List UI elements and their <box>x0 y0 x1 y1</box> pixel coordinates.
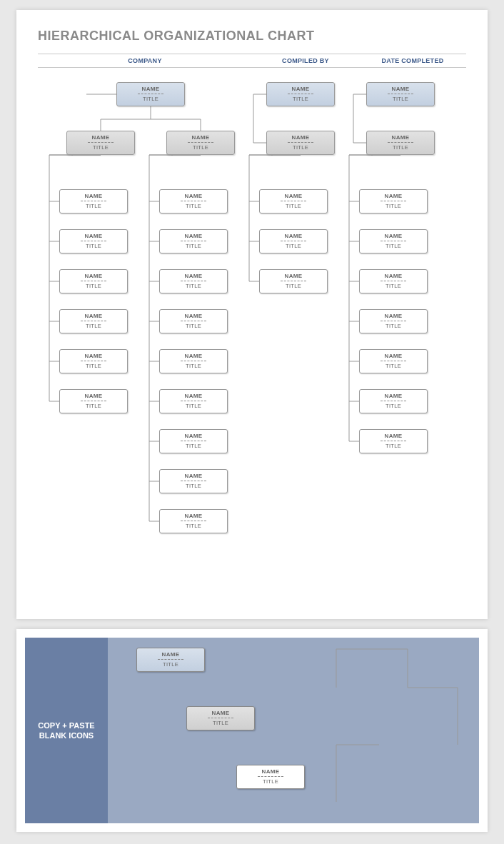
name-label: NAME <box>360 353 427 359</box>
separator <box>380 281 406 281</box>
name-label: NAME <box>60 193 127 199</box>
title-label: TITLE <box>360 403 427 409</box>
title-label: TITLE <box>260 243 327 249</box>
title-label: TITLE <box>367 96 434 102</box>
name-label: NAME <box>60 273 127 279</box>
name-label: NAME <box>160 433 227 439</box>
leaf-box-col1-8: NAMETITLE <box>159 509 228 533</box>
title-label: TITLE <box>160 523 227 529</box>
title-label: TITLE <box>160 203 227 209</box>
separator <box>81 241 106 241</box>
name-label: NAME <box>260 233 327 239</box>
leaf-box-col0-5: NAMETITLE <box>59 389 128 413</box>
name-label: NAME <box>60 313 127 319</box>
leaf-box-col0-1: NAMETITLE <box>59 229 128 253</box>
sample-box-0: NAMETITLE <box>136 648 205 672</box>
name-label: NAME <box>60 233 127 239</box>
hdr-compiled: COMPILED BY <box>252 57 359 64</box>
name-label: NAME <box>267 134 334 141</box>
title-label: TITLE <box>60 323 127 329</box>
leaf-box-col0-4: NAMETITLE <box>59 349 128 373</box>
separator <box>181 201 206 201</box>
name-label: NAME <box>160 513 227 519</box>
name-label: NAME <box>167 134 234 141</box>
page-1: HIERARCHICAL ORGANIZATIONAL CHART COMPAN… <box>16 10 488 619</box>
separator <box>281 241 306 241</box>
separator <box>288 142 313 143</box>
leaf-box-col3-2: NAMETITLE <box>359 269 428 293</box>
separator <box>81 281 106 281</box>
org-chart: NAMETITLENAMETITLENAMETITLENAMETITLENAME… <box>38 76 466 591</box>
copy-paste-area: NAMETITLENAMETITLENAMETITLE <box>108 638 479 823</box>
name-label: NAME <box>160 313 227 319</box>
name-label: NAME <box>360 393 427 399</box>
separator <box>181 481 206 481</box>
name-label: NAME <box>160 233 227 239</box>
separator <box>380 361 406 361</box>
separator <box>380 401 406 401</box>
title-label: TITLE <box>267 96 334 102</box>
title-label: TITLE <box>60 283 127 289</box>
separator <box>181 361 206 361</box>
leaf-box-col3-6: NAMETITLE <box>359 429 428 453</box>
name-label: NAME <box>367 86 434 92</box>
mgr-box-col3: NAMETITLE <box>366 131 435 155</box>
name-label: NAME <box>267 86 334 92</box>
title-label: TITLE <box>160 483 227 489</box>
leaf-box-col3-5: NAMETITLE <box>359 389 428 413</box>
name-label: NAME <box>60 353 127 359</box>
separator <box>281 201 306 201</box>
separator <box>81 401 106 401</box>
separator <box>81 201 106 201</box>
separator <box>388 94 413 94</box>
separator <box>81 361 106 361</box>
title-label: TITLE <box>367 144 434 151</box>
mgr-box-col0: NAMETITLE <box>66 131 135 155</box>
name-label: NAME <box>60 393 127 399</box>
title-label: TITLE <box>360 323 427 329</box>
leaf-box-col3-0: NAMETITLE <box>359 189 428 213</box>
sample-box-2: NAMETITLE <box>236 765 305 789</box>
name-label: NAME <box>360 273 427 279</box>
name-label: NAME <box>117 86 184 92</box>
title-label: TITLE <box>60 363 127 369</box>
leaf-box-col1-1: NAMETITLE <box>159 229 228 253</box>
mgr-box-col1: NAMETITLE <box>166 131 235 155</box>
leaf-box-col0-0: NAMETITLE <box>59 189 128 213</box>
title-label: TITLE <box>160 323 227 329</box>
title-label: TITLE <box>60 203 127 209</box>
leaf-box-col3-4: NAMETITLE <box>359 349 428 373</box>
name-label: NAME <box>160 273 227 279</box>
title-label: TITLE <box>160 443 227 449</box>
name-label: NAME <box>160 193 227 199</box>
separator <box>380 241 406 241</box>
leaf-box-col1-0: NAMETITLE <box>159 189 228 213</box>
separator <box>138 94 163 94</box>
title-label: TITLE <box>160 403 227 409</box>
title-label: TITLE <box>360 363 427 369</box>
page-2: COPY + PASTE BLANK ICONS NAMETITLENAMETI… <box>16 629 488 832</box>
leaf-box-col1-6: NAMETITLE <box>159 429 228 453</box>
name-label: NAME <box>367 134 434 141</box>
hdr-date: DATE COMPLETED <box>359 57 466 64</box>
leaf-box-col1-2: NAMETITLE <box>159 269 228 293</box>
leaf-box-col1-5: NAMETITLE <box>159 389 228 413</box>
name-label: NAME <box>260 273 327 279</box>
name-label: NAME <box>160 473 227 479</box>
separator <box>380 321 406 321</box>
leaf-box-col1-4: NAMETITLE <box>159 349 228 373</box>
top-box-col3: NAMETITLE <box>366 82 435 106</box>
top-box-col2: NAMETITLE <box>266 82 335 106</box>
top-box-col0: NAMETITLE <box>116 82 185 106</box>
leaf-box-col1-7: NAMETITLE <box>159 469 228 493</box>
separator <box>188 142 213 143</box>
title-label: TITLE <box>360 243 427 249</box>
separator <box>181 321 206 321</box>
title-label: TITLE <box>60 243 127 249</box>
title-label: TITLE <box>360 443 427 449</box>
name-label: NAME <box>360 313 427 319</box>
title-label: TITLE <box>160 243 227 249</box>
name-label: NAME <box>67 134 134 141</box>
leaf-box-col2-0: NAMETITLE <box>259 189 328 213</box>
title-label: TITLE <box>260 203 327 209</box>
